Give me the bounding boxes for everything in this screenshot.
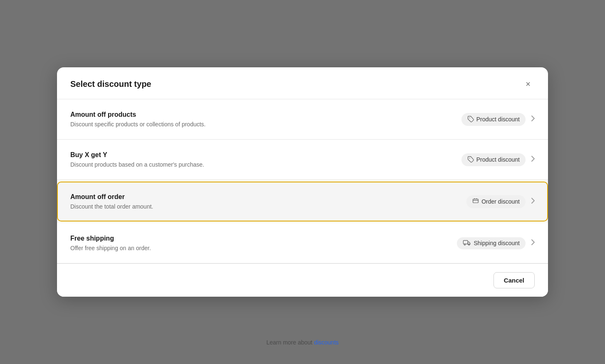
option-right-buy-x-get-y: Product discount	[461, 153, 535, 166]
svg-point-4	[464, 244, 466, 245]
chevron-icon-amount-off-products	[531, 116, 535, 123]
option-right-free-shipping: Shipping discount	[457, 237, 535, 249]
option-left-buy-x-get-y: Buy X get YDiscount products based on a …	[70, 151, 461, 168]
svg-rect-3	[464, 240, 468, 244]
badge-label-buy-x-get-y: Product discount	[476, 156, 520, 163]
option-row-amount-off-order[interactable]: Amount off orderDiscount the total order…	[57, 182, 548, 221]
truck-icon	[463, 240, 471, 247]
badge-amount-off-order: Order discount	[466, 195, 526, 208]
modal-title: Select discount type	[70, 79, 151, 89]
option-row-free-shipping[interactable]: Free shippingOffer free shipping on an o…	[57, 223, 548, 263]
svg-point-1	[469, 157, 470, 158]
chevron-icon-amount-off-order	[531, 198, 535, 205]
option-desc-amount-off-order: Discount the total order amount.	[70, 203, 466, 210]
svg-point-0	[469, 117, 470, 118]
modal-dialog: Select discount type × Amount off produc…	[57, 67, 548, 297]
option-desc-free-shipping: Offer free shipping on an order.	[70, 245, 457, 251]
learn-more-text: Learn more about	[266, 339, 314, 346]
option-desc-amount-off-products: Discount specific products or collection…	[70, 121, 461, 128]
option-left-free-shipping: Free shippingOffer free shipping on an o…	[70, 235, 457, 251]
tag-icon	[467, 116, 474, 123]
tag-icon	[467, 156, 474, 164]
svg-point-5	[469, 244, 470, 245]
badge-label-amount-off-order: Order discount	[481, 198, 520, 205]
learn-more-section: Learn more about discounts	[0, 333, 605, 352]
option-right-amount-off-products: Product discount	[461, 113, 535, 126]
badge-amount-off-products: Product discount	[461, 113, 526, 126]
option-left-amount-off-order: Amount off orderDiscount the total order…	[70, 193, 466, 210]
cart-icon	[472, 198, 479, 206]
badge-label-amount-off-products: Product discount	[476, 116, 520, 123]
option-title-buy-x-get-y: Buy X get Y	[70, 151, 461, 159]
chevron-icon-buy-x-get-y	[531, 156, 535, 163]
modal-body: Amount off productsDiscount specific pro…	[57, 99, 548, 263]
option-left-amount-off-products: Amount off productsDiscount specific pro…	[70, 111, 461, 128]
option-desc-buy-x-get-y: Discount products based on a customer's …	[70, 161, 461, 168]
cancel-button[interactable]: Cancel	[493, 272, 535, 288]
discounts-link[interactable]: discounts	[314, 339, 339, 346]
option-title-amount-off-order: Amount off order	[70, 193, 466, 201]
badge-label-free-shipping: Shipping discount	[474, 240, 520, 246]
modal-header: Select discount type ×	[57, 67, 548, 99]
option-title-amount-off-products: Amount off products	[70, 111, 461, 118]
close-button[interactable]: ×	[521, 77, 535, 91]
badge-free-shipping: Shipping discount	[457, 237, 526, 249]
option-title-free-shipping: Free shipping	[70, 235, 457, 242]
chevron-icon-free-shipping	[531, 239, 535, 247]
badge-buy-x-get-y: Product discount	[461, 153, 526, 166]
option-row-buy-x-get-y[interactable]: Buy X get YDiscount products based on a …	[57, 140, 548, 180]
svg-rect-2	[473, 199, 479, 203]
option-right-amount-off-order: Order discount	[466, 195, 535, 208]
option-row-amount-off-products[interactable]: Amount off productsDiscount specific pro…	[57, 99, 548, 140]
modal-footer: Cancel	[57, 263, 548, 297]
